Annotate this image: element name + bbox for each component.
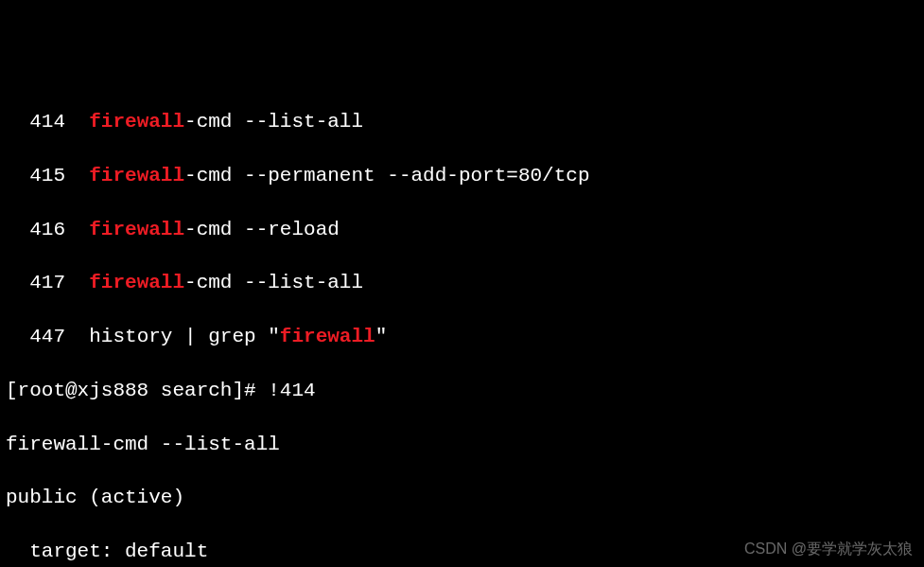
history-line: 417 firewall-cmd --list-all [6, 270, 918, 296]
history-number: 417 [6, 272, 89, 293]
zone-header: public (active) [6, 485, 918, 511]
history-number: 415 [6, 165, 89, 186]
expanded-command: firewall-cmd --list-all [6, 432, 918, 458]
history-number: 416 [6, 219, 89, 240]
history-post: " [375, 326, 388, 347]
match-highlight: firewall [89, 272, 184, 293]
history-post: -cmd --list-all [184, 272, 363, 293]
history-number: 447 [6, 326, 89, 347]
history-number: 414 [6, 111, 89, 133]
match-highlight: firewall [280, 326, 375, 347]
watermark: CSDN @要学就学灰太狼 [744, 539, 913, 559]
match-highlight: firewall [89, 219, 184, 240]
history-line: 416 firewall-cmd --reload [6, 217, 918, 243]
history-post: -cmd --permanent --add-port=80/tcp [184, 165, 589, 186]
history-line: 414 firewall-cmd --list-all [6, 109, 918, 135]
history-line: 447 history | grep "firewall" [6, 324, 918, 350]
match-highlight: firewall [89, 111, 184, 133]
prompt-line[interactable]: [root@xjs888 search]# !414 [6, 378, 918, 404]
shell-prompt: [root@xjs888 search]# [6, 380, 268, 401]
history-post: -cmd --reload [184, 219, 340, 240]
history-line: 415 firewall-cmd --permanent --add-port=… [6, 163, 918, 189]
history-pre: history | grep " [89, 326, 280, 347]
match-highlight: firewall [89, 165, 184, 186]
shell-command: !414 [268, 380, 315, 401]
history-post: -cmd --list-all [184, 111, 363, 133]
